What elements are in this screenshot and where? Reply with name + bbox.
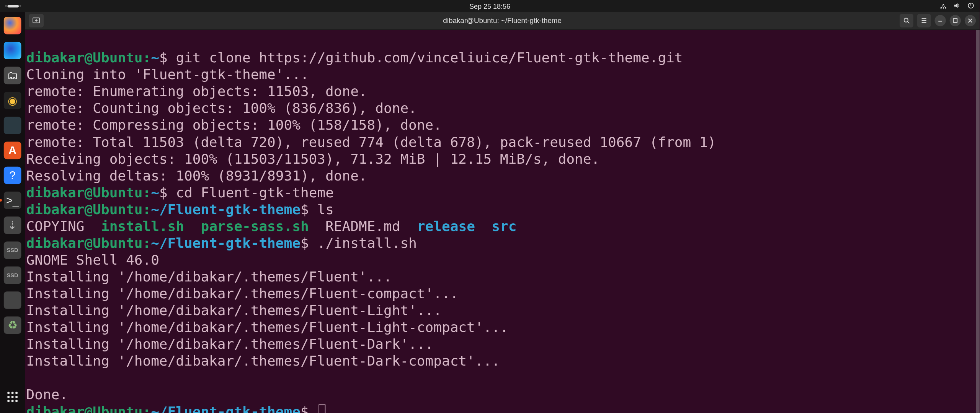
minimize-button[interactable] xyxy=(934,15,946,26)
output-line: Done. xyxy=(26,386,68,402)
ls-src: src xyxy=(492,218,516,234)
libreoffice-icon xyxy=(4,117,21,134)
prompt-user: dibakar@Ubuntu xyxy=(26,49,143,65)
prompt-user: dibakar@Ubuntu xyxy=(26,184,143,200)
output-line: Cloning into 'Fluent-gtk-theme'... xyxy=(26,66,309,82)
svg-point-12 xyxy=(11,396,14,398)
search-icon xyxy=(903,17,910,24)
output-line: GNOME Shell 46.0 xyxy=(26,252,159,268)
svg-point-13 xyxy=(15,396,18,398)
close-icon xyxy=(967,18,973,24)
activities-button[interactable] xyxy=(5,5,21,7)
trash-icon: ♻ xyxy=(4,316,21,334)
drive2-icon xyxy=(4,291,21,309)
dock-item-ssd2[interactable]: SSD xyxy=(3,265,23,285)
plus-icon xyxy=(32,16,41,25)
prompt-path: ~/Fluent-gtk-theme xyxy=(151,403,301,413)
svg-point-5 xyxy=(942,4,944,5)
volume-icon[interactable] xyxy=(953,2,961,10)
prompt-sigil: $ xyxy=(159,184,168,200)
clock[interactable]: Sep 25 18:56 xyxy=(469,2,510,10)
svg-point-15 xyxy=(11,400,14,402)
window-controls xyxy=(900,14,976,28)
svg-point-1 xyxy=(942,7,944,8)
output-line: Installing '/home/dibakar/.themes/Fluent… xyxy=(26,319,508,335)
cmd-ls: ls xyxy=(317,201,333,217)
prompt-path: ~ xyxy=(151,49,159,65)
svg-point-16 xyxy=(15,400,18,402)
maximize-icon xyxy=(952,18,958,24)
search-button[interactable] xyxy=(900,14,913,28)
prompt-user: dibakar@Ubuntu xyxy=(26,201,143,217)
firefox-icon xyxy=(4,17,21,34)
terminal-cursor xyxy=(318,405,325,413)
prompt-path: ~ xyxy=(151,184,159,200)
dock-item-trash[interactable]: ♻ xyxy=(3,315,23,335)
dock-item-drive1[interactable]: ⇣ xyxy=(3,215,23,235)
help-icon: ? xyxy=(4,167,21,184)
svg-point-20 xyxy=(904,18,908,22)
hamburger-menu-button[interactable] xyxy=(917,14,931,28)
network-icon[interactable] xyxy=(940,2,947,10)
show-applications-button[interactable] xyxy=(3,387,23,407)
output-line: Receiving objects: 100% (11503/11503), 7… xyxy=(26,150,600,166)
prompt-sigil: $ xyxy=(301,201,309,217)
dock-item-terminal[interactable]: >_ xyxy=(3,190,23,210)
output-line: Installing '/home/dibakar/.themes/Fluent… xyxy=(26,268,392,285)
dock-item-thunderbird[interactable] xyxy=(3,41,23,60)
ssd1-icon: SSD xyxy=(4,242,21,259)
ls-copying: COPYING xyxy=(26,218,85,234)
terminal-body[interactable]: dibakar@Ubuntu:~$ git clone https://gith… xyxy=(25,30,980,413)
scrollbar-thumb[interactable] xyxy=(976,30,980,413)
output-line: Installing '/home/dibakar/.themes/Fluent… xyxy=(26,285,459,301)
output-line: Installing '/home/dibakar/.themes/Fluent… xyxy=(26,302,442,318)
output-line: Installing '/home/dibakar/.themes/Fluent… xyxy=(26,336,434,352)
ls-readme: README.md xyxy=(325,218,400,234)
dock-item-firefox[interactable] xyxy=(3,16,23,36)
close-button[interactable] xyxy=(965,15,976,26)
svg-line-21 xyxy=(908,22,910,24)
dock-item-rhythmbox[interactable]: ◉ xyxy=(3,91,23,111)
ls-release: release xyxy=(417,218,475,234)
power-icon[interactable] xyxy=(967,2,975,10)
window-titlebar[interactable]: dibakar@Ubuntu: ~/Fluent-gtk-theme xyxy=(25,12,980,30)
ssd2-icon: SSD xyxy=(4,267,21,284)
dock-item-drive2[interactable] xyxy=(3,290,23,310)
terminal-icon: >_ xyxy=(4,192,21,209)
ls-install: install.sh xyxy=(101,218,184,234)
apps-grid-icon xyxy=(6,390,20,404)
svg-rect-26 xyxy=(953,19,957,23)
prompt-user: dibakar@Ubuntu xyxy=(26,403,143,413)
prompt-sigil: $ xyxy=(159,49,168,65)
ls-parse: parse-sass.sh xyxy=(201,218,309,234)
output-line: Installing '/home/dibakar/.themes/Fluent… xyxy=(26,353,500,369)
maximize-button[interactable] xyxy=(950,15,961,26)
dock-item-software[interactable]: A xyxy=(3,140,23,160)
hamburger-icon xyxy=(920,17,928,24)
terminal-scrollbar[interactable] xyxy=(976,30,980,413)
cmd-install: ./install.sh xyxy=(317,235,417,251)
prompt-sigil: $ xyxy=(301,403,309,413)
rhythmbox-icon: ◉ xyxy=(4,92,21,109)
cmd-git-clone: git clone https://github.com/vinceliuice… xyxy=(176,49,683,65)
svg-point-9 xyxy=(11,392,14,394)
output-line: remote: Counting objects: 100% (836/836)… xyxy=(26,100,417,116)
dock-item-help[interactable]: ? xyxy=(3,165,23,185)
dock-item-libreoffice[interactable] xyxy=(3,115,23,135)
output-line: remote: Compressing objects: 100% (158/1… xyxy=(26,117,442,133)
output-line: remote: Total 11503 (delta 720), reused … xyxy=(26,133,716,150)
output-line: remote: Enumerating objects: 11503, done… xyxy=(26,83,367,99)
system-status-area[interactable] xyxy=(940,2,975,10)
svg-point-14 xyxy=(7,400,10,402)
prompt-sigil: $ xyxy=(301,235,309,251)
cmd-cd: cd Fluent-gtk-theme xyxy=(176,184,333,200)
prompt-path: ~/Fluent-gtk-theme xyxy=(151,235,301,251)
svg-point-8 xyxy=(7,392,10,394)
software-icon: A xyxy=(4,141,21,159)
dock-item-ssd1[interactable]: SSD xyxy=(3,240,23,260)
dock-item-files[interactable]: 🗂 xyxy=(3,65,23,85)
new-tab-button[interactable] xyxy=(29,14,44,28)
window-title: dibakar@Ubuntu: ~/Fluent-gtk-theme xyxy=(443,17,562,24)
prompt-user: dibakar@Ubuntu xyxy=(26,235,143,251)
drive1-icon: ⇣ xyxy=(4,216,21,234)
